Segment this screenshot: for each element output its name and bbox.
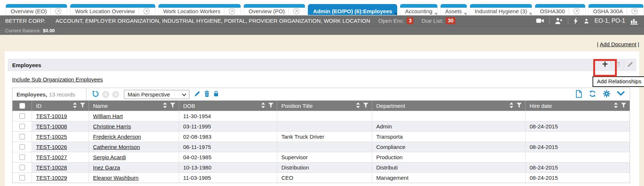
open-in-new-window-icon[interactable]	[569, 7, 580, 15]
employee-id-link[interactable]: TEST-10029	[36, 175, 67, 181]
tab-accounting[interactable]: Accounting	[400, 4, 437, 15]
filter-icon[interactable]	[516, 103, 522, 109]
filter-icon[interactable]	[621, 103, 626, 109]
row-checkbox[interactable]	[19, 113, 25, 119]
open-in-new-window-icon[interactable]	[224, 7, 236, 15]
sort-icon[interactable]	[509, 102, 513, 109]
open-in-new-window-icon[interactable]	[50, 7, 62, 15]
bar-chart-icon[interactable]	[630, 17, 639, 25]
sort-icon[interactable]	[356, 102, 360, 109]
panel-header-actions: +	[599, 59, 636, 71]
tab-overview-po[interactable]: Overview (PO)	[243, 4, 305, 15]
tab-overview-eo[interactable]: Overview (EO)	[6, 4, 67, 15]
edit-perspective-button[interactable]	[194, 90, 201, 98]
filter-icon[interactable]	[170, 103, 175, 109]
pipe-divider: |	[597, 41, 598, 47]
cell-department: Admin	[372, 121, 525, 131]
select-all-checkbox[interactable]	[19, 103, 25, 109]
edit-button[interactable]	[624, 59, 636, 71]
column-header-hire-date[interactable]: Hire date	[525, 101, 630, 111]
employee-name-link[interactable]: Sergio Acardi	[93, 154, 126, 160]
next-page-button[interactable]	[112, 91, 119, 98]
settings-button[interactable]	[603, 90, 611, 99]
sort-icon[interactable]	[163, 102, 167, 109]
lock-button[interactable]	[213, 90, 219, 98]
user-context-label: EO-1, PO-1	[594, 18, 625, 24]
employee-name-link[interactable]: Inez Garza	[93, 164, 120, 171]
row-checkbox[interactable]	[19, 165, 25, 170]
pencil-icon	[627, 61, 634, 69]
cell-id: TEST-10019	[32, 111, 89, 121]
row-checkbox[interactable]	[19, 175, 25, 180]
open-in-new-window-icon[interactable]	[288, 7, 300, 15]
employee-name-link[interactable]: Eleanor Washburn	[93, 175, 139, 181]
add-person-icon[interactable]	[554, 17, 563, 24]
column-header-id[interactable]: ID	[32, 101, 89, 111]
column-header-position-title[interactable]: Position Title	[277, 101, 372, 111]
employee-id-link[interactable]: TEST-10027	[36, 154, 67, 160]
undo-button[interactable]	[92, 90, 99, 99]
cell-id: TEST-10027	[32, 152, 89, 162]
delete-perspective-button[interactable]	[204, 90, 210, 98]
sort-icon[interactable]	[73, 102, 77, 109]
employee-id-link[interactable]: TEST-10025	[36, 134, 67, 140]
employees-panel-header: Employees +	[8, 59, 636, 71]
employee-name-link[interactable]: Christine Harris	[93, 123, 131, 130]
tab-work-location-workers[interactable]: Work Location Workers	[158, 4, 241, 15]
previous-page-button[interactable]	[102, 91, 109, 98]
add-relationships-button[interactable]: +	[599, 59, 611, 71]
column-header-dob[interactable]: DOB	[179, 101, 277, 111]
balance-label: Current Balance:	[5, 28, 41, 33]
copy-records-button[interactable]	[611, 59, 624, 71]
new-document-button[interactable]	[575, 90, 582, 99]
tab-admin-eo-po-6-employees[interactable]: Admin (EO/PO) (6):Employees	[308, 4, 397, 15]
sort-icon[interactable]	[261, 102, 265, 109]
sort-icon[interactable]	[614, 102, 618, 109]
perspective-value: Main Perspective	[128, 91, 170, 98]
employee-name-link[interactable]: Catherine Morrison	[93, 144, 140, 150]
cell-department: Transporta	[372, 132, 525, 142]
tab-work-location-overview[interactable]: Work Location Overview	[70, 4, 155, 15]
row-checkbox[interactable]	[19, 124, 25, 129]
grid-toolbar: Employees, 13 records	[13, 88, 630, 101]
open-in-new-window-icon[interactable]	[627, 7, 638, 15]
row-checkbox[interactable]	[19, 154, 25, 160]
grid-toolbar-right	[575, 90, 630, 99]
tab-osha-300a[interactable]: OSHA 300A	[588, 4, 644, 15]
employees-panel: Employees +	[5, 51, 639, 186]
tab-label: OSHA300	[540, 8, 565, 14]
add-document-link[interactable]: Add Document	[600, 41, 636, 47]
include-sub-org-link[interactable]: Include Sub Organization Employees	[12, 76, 103, 83]
video-camera-icon[interactable]	[536, 18, 544, 24]
employee-id-link[interactable]: TEST-10026	[36, 144, 67, 150]
tab-industrial-hygiene-3[interactable]: Industrial Hygiene (3)	[470, 4, 533, 15]
grid-title-cell: Employees, 13 records	[13, 88, 86, 101]
open-enc-badge[interactable]: 3	[407, 17, 413, 24]
filter-icon[interactable]	[363, 103, 369, 109]
undo-icon	[92, 90, 99, 99]
column-header-name[interactable]: Name	[89, 101, 179, 111]
employee-id-link[interactable]: TEST-10028	[36, 164, 67, 171]
tab-osha300[interactable]: OSHA300	[535, 4, 586, 15]
person-icon[interactable]	[583, 18, 590, 24]
perspective-select[interactable]: Main Perspective	[124, 90, 189, 99]
refresh-button[interactable]	[588, 90, 597, 99]
filter-icon[interactable]	[268, 103, 274, 109]
open-in-new-window-icon[interactable]	[139, 7, 150, 15]
column-header-department[interactable]: Department	[372, 101, 525, 111]
cell-id: TEST-10025	[32, 132, 89, 142]
lock-icon	[213, 90, 219, 98]
employee-id-link[interactable]: TEST-10008	[36, 123, 67, 130]
employee-name-link[interactable]: Frederick Anderson	[93, 134, 141, 140]
tab-menu-fold-icon	[394, 13, 396, 15]
employee-id-link[interactable]: TEST-10019	[36, 113, 67, 119]
employee-name-link[interactable]: William Hart	[93, 113, 123, 119]
tab-assets[interactable]: Assets	[440, 4, 467, 15]
row-checkbox[interactable]	[19, 134, 25, 139]
row-checkbox[interactable]	[19, 144, 25, 150]
due-list-badge[interactable]: 30	[446, 17, 455, 24]
row-checkbox-cell	[13, 111, 32, 121]
collapse-button[interactable]	[617, 91, 625, 98]
filter-icon[interactable]	[80, 103, 85, 109]
lightning-icon[interactable]	[573, 17, 579, 25]
